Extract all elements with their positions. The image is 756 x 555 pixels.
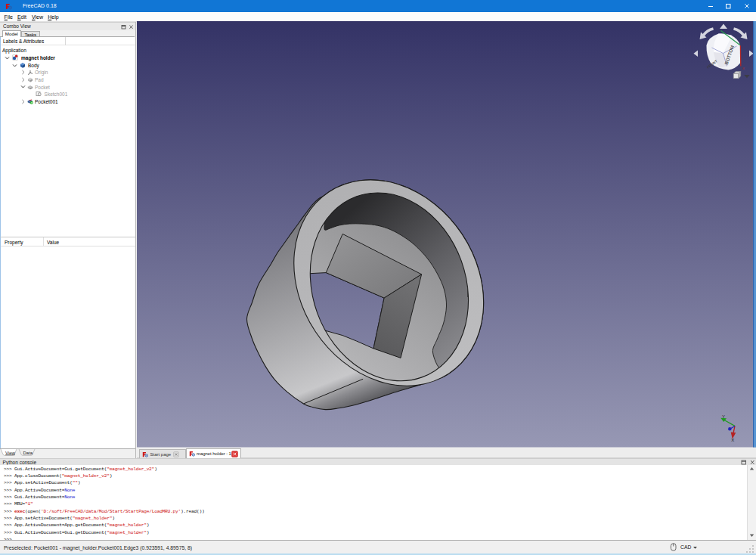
svg-text:Y: Y <box>722 414 725 419</box>
svg-text:x: x <box>742 66 745 70</box>
svg-text:Data: Data <box>23 450 33 454</box>
svg-text:X: X <box>731 438 734 442</box>
svg-text:View: View <box>5 450 16 454</box>
